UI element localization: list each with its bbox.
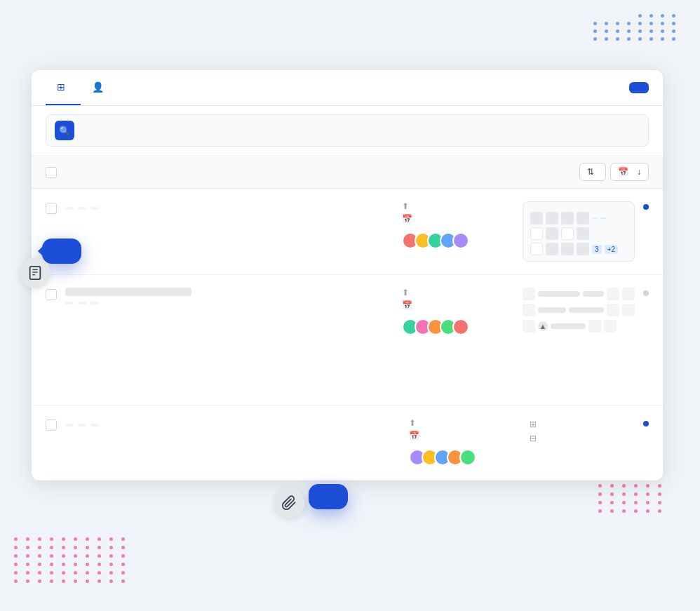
metadata-template-icon-circle: [20, 257, 51, 288]
tab-organization-data[interactable]: ⊞: [46, 70, 81, 105]
paperclip-icon: [281, 495, 297, 511]
meta-icon-4: [577, 212, 589, 224]
dataset-list: ⬆ 📅: [32, 189, 663, 481]
metadata-icons-row-1: [530, 212, 627, 224]
rows-stat: ⊟: [530, 434, 635, 443]
calendar-icon-1: 📅: [402, 214, 412, 224]
dataset-1-avatars: [402, 232, 514, 249]
book-icon: [27, 265, 43, 281]
avatar-2-5: [452, 318, 469, 335]
decorative-dots-bottom-left: const dbl = document.querySelector('.dot…: [14, 537, 128, 583]
dataset-2-avatars: [402, 318, 514, 335]
skeleton-1: [538, 291, 580, 297]
meta-icon-5: [530, 227, 543, 240]
e-icon-7: [523, 320, 535, 333]
person-icon: 👤: [92, 81, 104, 93]
meta-icon-12: [577, 243, 589, 255]
attachments-tooltip: [309, 484, 348, 509]
meta-count-2: [600, 217, 606, 219]
dataset-2-checkbox[interactable]: [46, 289, 57, 300]
avatar-5: [452, 232, 469, 249]
dataset-2-meta: ⬆ 📅: [402, 288, 514, 335]
tab-shared-with-me[interactable]: 👤: [81, 70, 119, 105]
table-icon: ⊞: [57, 81, 65, 93]
tag-2021[interactable]: [65, 302, 74, 304]
dataset-3-main: [65, 418, 401, 427]
e-icon-3: [622, 288, 635, 300]
meta-icon-8: [577, 227, 589, 240]
tag-small-business[interactable]: [65, 424, 74, 427]
tag-canada[interactable]: [78, 424, 86, 427]
dataset-3-stats: ⊞ ⊟: [530, 418, 635, 443]
meta-count-3: 3: [592, 245, 602, 254]
e-icon-6: [622, 304, 635, 316]
calendar-icon-2: 📅: [402, 300, 412, 310]
search-bar: 🔍: [32, 106, 663, 156]
toolbar-left: [46, 166, 64, 178]
tag-consumer-data[interactable]: [78, 302, 86, 304]
e-icon-4: [523, 304, 535, 316]
meta-icon-10: [546, 243, 558, 255]
empty-meta-row-3: ▲: [523, 320, 635, 333]
meta-icon-6: [546, 227, 558, 240]
dataset-3-tags: [65, 424, 401, 427]
e-icon-8: [588, 320, 601, 333]
meta-icon-9: [530, 243, 543, 255]
sort-button[interactable]: ⇅: [579, 163, 606, 181]
toolbar: ⇅ 📅 ↓: [32, 156, 663, 189]
upload-icon-2: ⬆: [402, 288, 409, 297]
dataset-3-avatars: [409, 449, 521, 466]
sort-creation-date-button[interactable]: 📅 ↓: [610, 163, 649, 181]
tag-supply-chain[interactable]: [65, 207, 74, 210]
meta-icon-7: [561, 227, 574, 240]
dataset-2-main: [65, 288, 393, 304]
dataset-1-tags: [65, 207, 393, 210]
dataset-1-indicator: [643, 204, 649, 210]
tag-2022[interactable]: [90, 424, 99, 427]
dataset-1-main: [65, 201, 393, 210]
meta-icon-11: [561, 243, 574, 255]
avatar-3-5: [459, 449, 476, 466]
sort-arrow-icon: ↓: [637, 167, 641, 177]
sort-controls: ⇅ 📅 ↓: [579, 163, 649, 181]
calendar-icon-3: 📅: [409, 431, 419, 441]
dataset-1-checkbox[interactable]: [46, 203, 57, 214]
decorative-dots-top-right: const dtr = document.querySelector('.dot…: [593, 14, 679, 41]
empty-meta-row-1: [523, 288, 635, 300]
search-input[interactable]: [81, 126, 640, 136]
attachments-icon-circle: [274, 488, 304, 518]
meta-icon-3: [561, 212, 574, 224]
meta-icon-2: [546, 212, 558, 224]
empty-meta-row-2: [523, 304, 635, 316]
dataset-2-metadata-empty: ▲: [523, 288, 635, 392]
create-dataset-button[interactable]: [629, 82, 649, 93]
svg-rect-0: [30, 267, 41, 279]
skeleton-2: [583, 291, 604, 297]
sort-icon: ⇅: [587, 167, 594, 177]
meta-icon-1: [530, 212, 543, 224]
dataset-2-indicator: [643, 290, 649, 296]
tabs-left: ⊞ 👤: [46, 70, 119, 105]
tag-market-analysis[interactable]: [90, 302, 99, 304]
tag-shipping[interactable]: [78, 207, 86, 210]
dataset-1-created: ⬆: [402, 201, 514, 211]
skeleton-5: [551, 323, 586, 329]
dataset-3-meta: ⬆ 📅: [409, 418, 521, 466]
calendar-icon: 📅: [618, 167, 628, 177]
dataset-1-updated: 📅: [402, 214, 514, 224]
dataset-1-metadata-panel: 3 +2: [523, 201, 635, 262]
search-icon: 🔍: [59, 126, 70, 136]
dataset-3-checkbox[interactable]: [46, 419, 57, 431]
columns-icon: ⊞: [530, 419, 537, 429]
select-all-checkbox[interactable]: [46, 167, 57, 178]
dataset-2-updated: 📅: [402, 300, 514, 310]
upload-icon-3: ⬆: [409, 418, 416, 428]
dataset-3-created: ⬆: [409, 418, 521, 428]
skeleton-4: [569, 307, 604, 313]
dataset-2-tags: [65, 302, 393, 304]
tag-trade[interactable]: [90, 207, 99, 210]
metadata-template-tooltip: [42, 239, 81, 264]
search-button[interactable]: 🔍: [55, 121, 74, 140]
e-icon-1: [523, 288, 535, 300]
meta-count-4: +2: [605, 245, 618, 254]
